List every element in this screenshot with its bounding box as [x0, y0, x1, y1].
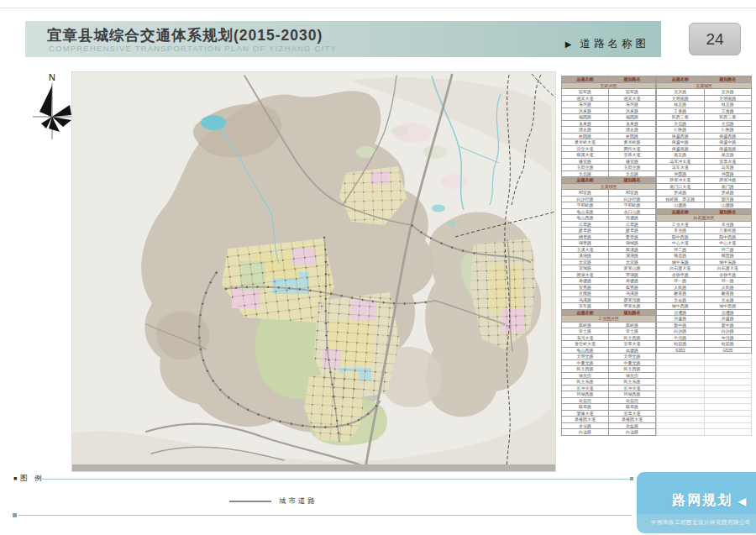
old-name-cell: 承修园大道	[562, 417, 609, 423]
empty-table-row	[657, 422, 752, 429]
new-name-cell: 琴湖路	[609, 271, 656, 278]
new-name-cell: 白沙路	[704, 328, 752, 335]
old-name-cell: 保盛西路	[657, 133, 705, 139]
table-row: 保盛西路保盛西路	[657, 133, 752, 139]
new-name-cell: 保盛西路	[704, 133, 752, 139]
old-name-cell: 乌溪路	[562, 296, 609, 303]
new-name-cell: 长冲大道	[609, 385, 656, 391]
table-row: 乌溪路廖家湾路	[562, 296, 656, 303]
table-section-row: 白石渡片区	[657, 215, 752, 222]
table-row: 村园路村园路	[562, 133, 656, 139]
old-name-cell: 工业大道	[657, 221, 705, 228]
table-row: 金佳路金盆路	[562, 422, 656, 429]
table-row: 龟山东路水口山路	[562, 208, 656, 215]
new-name-cell: 文明南路	[704, 95, 752, 102]
table-row: 山塘路山塘路	[657, 202, 752, 209]
table-row: 允宜路允宜路	[562, 259, 656, 265]
old-name-cell: 马车大道	[657, 165, 705, 171]
table-row: 百年路琴家水路	[562, 303, 656, 310]
table-row: 文明北路文明北路	[562, 354, 656, 360]
old-name-cell: 环城西路	[562, 391, 609, 398]
new-name-cell: 贵成路	[704, 190, 752, 197]
new-name-cell: 廖家湾路	[609, 296, 656, 303]
table-row: 桂岭路、章京路朋月路	[657, 196, 752, 202]
section-title: 玉溪镇区	[562, 183, 656, 190]
new-name-cell: 乌溪路	[609, 291, 656, 297]
old-name-cell: 龟山西路	[562, 215, 609, 222]
table-row: 黄岑岭大道黄岑岭路	[562, 139, 656, 146]
square-bullet-icon: ■	[13, 475, 20, 481]
new-name-cell: 运通路	[704, 309, 752, 316]
old-name-cell: 白沙圩路	[562, 196, 609, 202]
table-row: 贵成路贵成路	[657, 190, 752, 197]
old-name-cell: 白沙路	[657, 328, 705, 335]
empty-table-row	[657, 359, 752, 366]
new-name-cell: 民主西路	[609, 366, 656, 373]
table-row: 城中西路城中西路	[657, 303, 752, 310]
new-name-cell: 中夏北路	[609, 359, 656, 366]
empty-cell	[704, 385, 752, 391]
new-name-cell: 水口山路	[609, 208, 656, 215]
new-name-cell: 平和岭路	[609, 202, 656, 209]
table-row: 周湖大道琴湖路	[562, 271, 656, 278]
empty-table-row	[657, 366, 752, 373]
new-name-cell: 永发路	[609, 120, 656, 127]
table-row: 警修大道宜章大道	[562, 410, 656, 417]
table-row: 民西三巷民西三巷	[657, 114, 752, 121]
table-row: 新中路新中路	[657, 322, 752, 328]
old-name-cell: 云章路	[562, 221, 609, 228]
old-name-cell: 双溪大道	[562, 152, 609, 159]
table-row: 云章路云章路	[562, 221, 656, 228]
table-row: 牛湾路午湾路	[657, 334, 752, 341]
table-row: 民主西路民主西路	[562, 366, 656, 373]
empty-table-row	[657, 404, 752, 411]
new-name-cell: 双章路	[609, 404, 656, 411]
table-header-row: 总规名称规划路名	[562, 76, 656, 83]
table-row: 马耳冲大道宜章大道	[657, 158, 752, 165]
old-name-cell: 和宜路	[562, 190, 609, 197]
table-row: 马车大道马耳路	[657, 165, 752, 171]
old-name-cell: 保盛南路	[657, 145, 705, 152]
empty-table-row	[657, 397, 752, 404]
table-row: 兴发路兴发路	[562, 108, 656, 114]
new-name-cell: 民主东路	[609, 379, 656, 386]
old-name-cell: 前军路	[562, 89, 609, 96]
north-arrow-icon: N	[30, 72, 74, 149]
empty-cell	[657, 410, 705, 417]
new-name-cell: 中心大道	[704, 240, 752, 247]
table-row: 寿塘路寿塘路	[562, 278, 656, 285]
empty-cell	[657, 429, 705, 436]
old-name-cell: 中心大道	[657, 240, 705, 247]
new-name-cell: 白沙圩路	[609, 196, 656, 202]
old-name-cell: 白达路	[562, 429, 609, 436]
table-row: 平和岭路平和岭路	[562, 202, 656, 209]
new-name-cell: 司前街	[609, 397, 656, 404]
new-name-cell: 云章路	[609, 221, 656, 228]
old-name-cell: 双章路	[562, 404, 609, 411]
table-row: 桂京路桂京路	[657, 102, 752, 108]
company-name: 中国市政工程西北设计研究院有限公司	[651, 519, 751, 527]
empty-cell	[704, 359, 752, 366]
old-name-cell: 平和岭路	[562, 202, 609, 209]
empty-table-row	[657, 417, 752, 423]
new-name-cell: 允宜路	[609, 259, 656, 265]
table-row: 长冲大道长冲大道	[562, 385, 656, 391]
empty-cell	[657, 354, 705, 360]
new-name-cell: 环一路	[704, 278, 752, 285]
table-row: 学士路学士路	[562, 328, 656, 335]
new-name-cell: 八里排路	[704, 228, 752, 234]
new-name-cell: 白达路	[609, 429, 656, 436]
table-row: 工香路工香路	[657, 108, 752, 114]
empty-table-row	[657, 429, 752, 436]
chapter-badge-main: 路网规划 ◀	[637, 472, 756, 514]
legend-rule-line	[40, 479, 630, 480]
table-row: 南京路南京路	[657, 152, 752, 159]
table-row: 永发路永发路	[562, 120, 656, 127]
old-name-cell: 桂岭路、章京路	[657, 196, 705, 202]
new-name-cell: 民西三巷	[704, 114, 752, 121]
new-name-cell: 移宜路	[609, 158, 656, 165]
city-road-line-sample	[229, 501, 271, 502]
old-name-cell: 白石渡大道	[657, 265, 705, 272]
table-row: 白沙路白沙路	[657, 328, 752, 335]
table-row: 环一路环一路	[657, 278, 752, 285]
